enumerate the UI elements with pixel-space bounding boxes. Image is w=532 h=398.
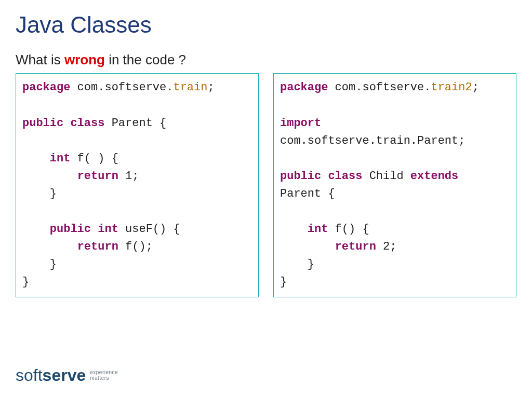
logo-tagline: experience matters (90, 369, 118, 381)
code-token: package (22, 81, 70, 94)
prompt-wrong: wrong (64, 52, 105, 67)
code-token: class (70, 117, 104, 130)
prompt-text: What is wrong in the code ? (16, 52, 516, 68)
code-token: int (308, 223, 328, 236)
code-token: int (50, 152, 71, 165)
logo-tag-line1: experience (90, 369, 118, 375)
code-token: return (77, 170, 118, 183)
logo: softserve experience matters (16, 367, 118, 383)
prompt-before: What is (16, 52, 64, 67)
logo-serve: serve (43, 366, 86, 385)
code-token: return (77, 240, 118, 253)
code-token: public (50, 223, 91, 236)
code-token: package (280, 81, 328, 94)
code-box-left: package com.softserve.train; public clas… (16, 73, 259, 297)
logo-soft: soft (16, 366, 43, 385)
code-row: package com.softserve.train; public clas… (16, 73, 516, 297)
code-token: train2 (431, 81, 472, 94)
code-token: public (280, 170, 321, 183)
code-token: public (22, 117, 63, 130)
code-token: train (173, 81, 207, 94)
code-token: return (335, 240, 376, 253)
code-token: int (98, 223, 118, 236)
code-token: class (328, 170, 362, 183)
page-title: Java Classes (16, 12, 516, 37)
code-box-right: package com.softserve.train2; import com… (273, 73, 516, 297)
code-token: import (280, 117, 321, 130)
logo-tag-line2: matters (90, 375, 118, 381)
logo-main: softserve (16, 367, 86, 383)
slide: Java Classes What is wrong in the code ?… (0, 0, 532, 398)
code-token: extends (410, 170, 458, 183)
prompt-after: in the code ? (105, 52, 186, 67)
